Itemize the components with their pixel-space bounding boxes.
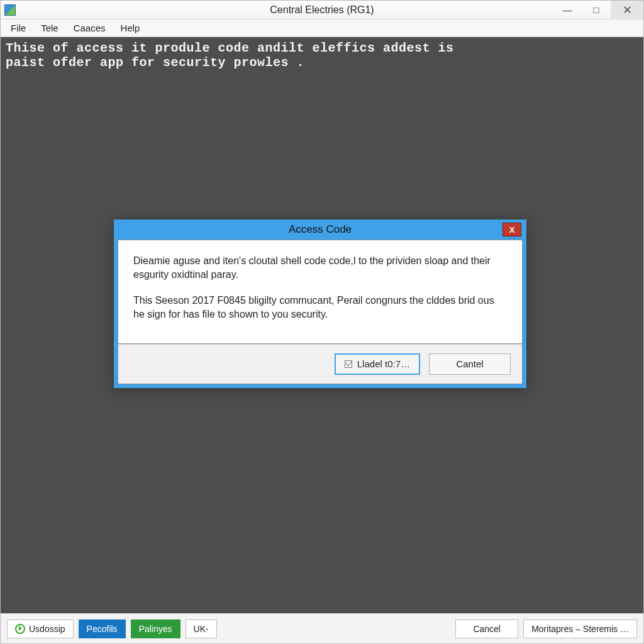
moritapres-label: Moritapres – Steremis … [531, 624, 629, 634]
close-button[interactable]: ✕ [611, 1, 643, 19]
access-code-dialog: Access Code X Dieamie aguse and iten's c… [114, 219, 526, 388]
browse-icon [345, 360, 352, 368]
uk-label: UK- [194, 624, 209, 634]
menu-caaces[interactable]: Caaces [67, 21, 113, 35]
dialog-footer: Lladel t0:7… Cantel [118, 344, 523, 384]
menu-tele[interactable]: Tele [35, 21, 66, 35]
dialog-paragraph-1: Dieamie aguse and iten's cloutal shell c… [133, 254, 507, 282]
pecofils-label: Pecofils [87, 624, 118, 634]
bottom-bar: Usdossip Pecofils Palinyes UK- Cancel Mo… [1, 613, 643, 643]
main-window: Central Electries (RG1) — □ ✕ File Tele … [0, 0, 644, 644]
window-controls: — □ ✕ [553, 1, 643, 19]
menu-help[interactable]: Help [114, 21, 148, 35]
dialog-cancel-label: Cantel [456, 358, 483, 369]
bottom-cancel-label: Cancel [473, 624, 501, 634]
dialog-primary-label: Lladel t0:7… [357, 358, 410, 369]
moritapres-button[interactable]: Moritapres – Steremis … [523, 619, 637, 638]
content-area: Thise of access it produle code andilt e… [1, 37, 643, 613]
dialog-title: Access Code [118, 223, 523, 236]
palinyes-label: Palinyes [139, 624, 172, 634]
dialog-primary-button[interactable]: Lladel t0:7… [335, 353, 420, 375]
bottom-cancel-button[interactable]: Cancel [455, 619, 518, 638]
dialog-paragraph-2: This Seeson 2017 F0845 bligilty commucan… [133, 294, 507, 322]
dialog-body: Dieamie aguse and iten's cloutal shell c… [118, 240, 523, 344]
uk-button[interactable]: UK- [186, 619, 217, 638]
usdossip-label: Usdossip [29, 624, 65, 634]
menu-file[interactable]: File [4, 21, 33, 35]
refresh-icon [15, 624, 25, 634]
palinyes-button[interactable]: Palinyes [131, 619, 180, 638]
titlebar: Central Electries (RG1) — □ ✕ [1, 1, 643, 19]
usdossip-button[interactable]: Usdossip [7, 619, 74, 638]
dialog-cancel-button[interactable]: Cantel [429, 353, 511, 375]
menubar: File Tele Caaces Help [1, 19, 643, 37]
dialog-titlebar: Access Code X [118, 219, 523, 240]
terminal-output: Thise of access it produle code andilt e… [1, 37, 643, 74]
window-title: Central Electries (RG1) [1, 4, 643, 16]
app-icon [4, 4, 16, 16]
pecofils-button[interactable]: Pecofils [79, 619, 126, 638]
minimize-button[interactable]: — [553, 1, 582, 19]
maximize-button[interactable]: □ [582, 1, 611, 19]
